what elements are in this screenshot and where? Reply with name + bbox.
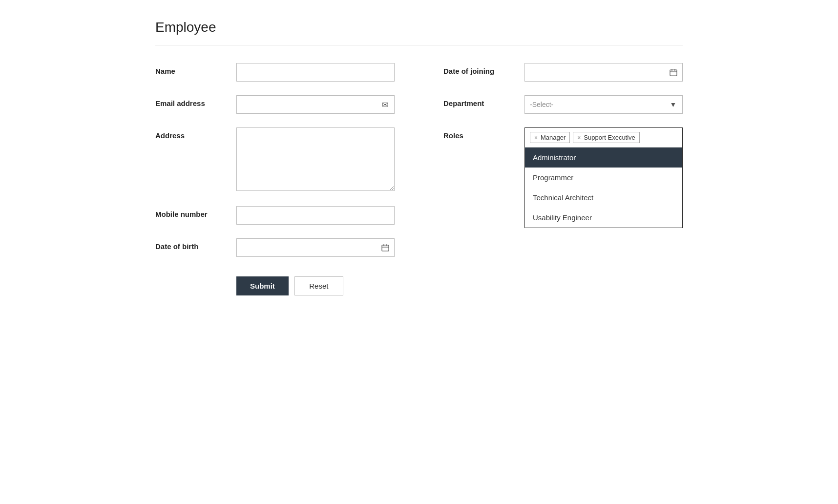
department-select-wrapper: -Select- HR Engineering Sales Marketing …	[524, 95, 683, 114]
roles-row: Roles × Manager × Support Executive	[443, 127, 683, 228]
department-label: Department	[443, 95, 517, 107]
name-label: Name	[155, 63, 229, 75]
submit-button[interactable]: Submit	[236, 276, 289, 295]
doj-wrapper	[524, 63, 683, 82]
dob-label: Date of birth	[155, 238, 229, 251]
address-row: Address	[155, 127, 395, 192]
page-title: Employee	[155, 20, 683, 35]
dob-wrapper	[236, 238, 395, 257]
address-input[interactable]	[236, 127, 395, 191]
email-icon: ✉	[376, 95, 395, 114]
dob-input-group	[236, 238, 395, 257]
department-row: Department -Select- HR Engineering Sales…	[443, 95, 683, 114]
doj-row: Date of joining	[443, 63, 683, 82]
form-grid: Name Email address ✉ Address	[155, 63, 683, 257]
reset-button[interactable]: Reset	[294, 276, 343, 295]
role-tag-manager-remove[interactable]: ×	[534, 134, 538, 141]
col-right: Date of joining	[443, 63, 683, 257]
col-left: Name Email address ✉ Address	[155, 63, 395, 257]
roles-label: Roles	[443, 127, 517, 140]
doj-input[interactable]	[524, 63, 683, 82]
email-wrapper: ✉	[236, 95, 395, 114]
name-row: Name	[155, 63, 395, 82]
role-tag-manager-label: Manager	[541, 134, 566, 141]
address-label: Address	[155, 127, 229, 140]
mobile-label: Mobile number	[155, 206, 229, 218]
email-input[interactable]	[236, 95, 395, 114]
roles-wrapper: × Manager × Support Executive Administra…	[524, 127, 683, 228]
email-label: Email address	[155, 95, 229, 107]
mobile-wrapper	[236, 206, 395, 225]
doj-calendar-icon[interactable]	[664, 63, 683, 82]
email-row: Email address ✉	[155, 95, 395, 114]
role-tag-support-executive: × Support Executive	[573, 132, 640, 143]
svg-rect-0	[382, 245, 389, 251]
divider	[155, 45, 683, 45]
page-container: Employee Name Email address ✉	[126, 0, 712, 315]
doj-label: Date of joining	[443, 63, 517, 75]
roles-dropdown: Administrator Programmer Technical Archi…	[525, 147, 682, 228]
role-tag-support-executive-remove[interactable]: ×	[577, 134, 581, 141]
role-tag-manager: × Manager	[530, 132, 570, 143]
name-wrapper	[236, 63, 395, 82]
dob-input[interactable]	[236, 238, 395, 257]
dob-calendar-icon[interactable]	[376, 238, 395, 257]
roles-container[interactable]: × Manager × Support Executive Administra…	[524, 127, 683, 228]
name-input[interactable]	[236, 63, 395, 82]
roles-option-programmer[interactable]: Programmer	[525, 168, 682, 188]
mobile-row: Mobile number	[155, 206, 395, 225]
roles-option-usability-engineer[interactable]: Usability Engineer	[525, 208, 682, 228]
department-select[interactable]: -Select- HR Engineering Sales Marketing	[524, 95, 683, 114]
roles-option-technical-architect[interactable]: Technical Architect	[525, 188, 682, 208]
email-input-group: ✉	[236, 95, 395, 114]
mobile-input[interactable]	[236, 206, 395, 225]
role-tag-support-executive-label: Support Executive	[584, 134, 635, 141]
roles-option-administrator[interactable]: Administrator	[525, 147, 682, 168]
roles-tags: × Manager × Support Executive	[525, 128, 682, 147]
svg-rect-4	[670, 70, 677, 76]
dob-row: Date of birth	[155, 238, 395, 257]
address-wrapper	[236, 127, 395, 192]
department-wrapper: -Select- HR Engineering Sales Marketing …	[524, 95, 683, 114]
form-actions: Submit Reset	[155, 276, 683, 295]
doj-input-group	[524, 63, 683, 82]
